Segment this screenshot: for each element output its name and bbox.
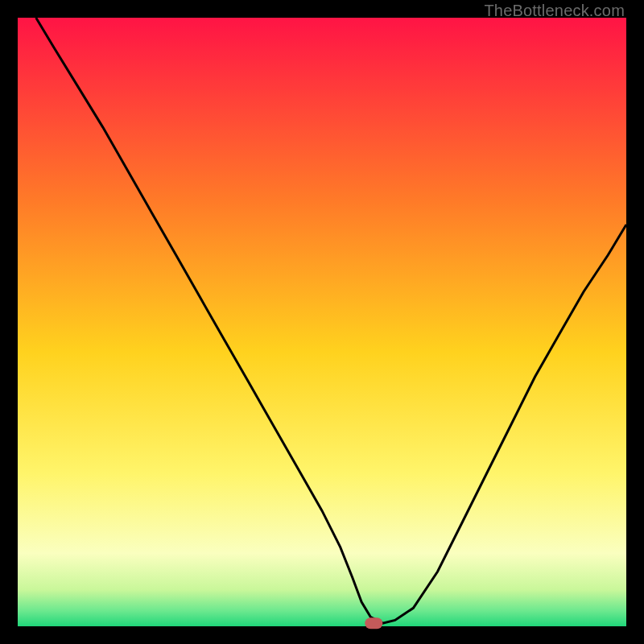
watermark-text: TheBottleneck.com xyxy=(484,2,625,20)
optimum-marker xyxy=(365,617,382,629)
plot-background xyxy=(18,18,626,626)
chart-svg xyxy=(0,0,644,644)
chart-frame: TheBottleneck.com xyxy=(0,0,644,644)
